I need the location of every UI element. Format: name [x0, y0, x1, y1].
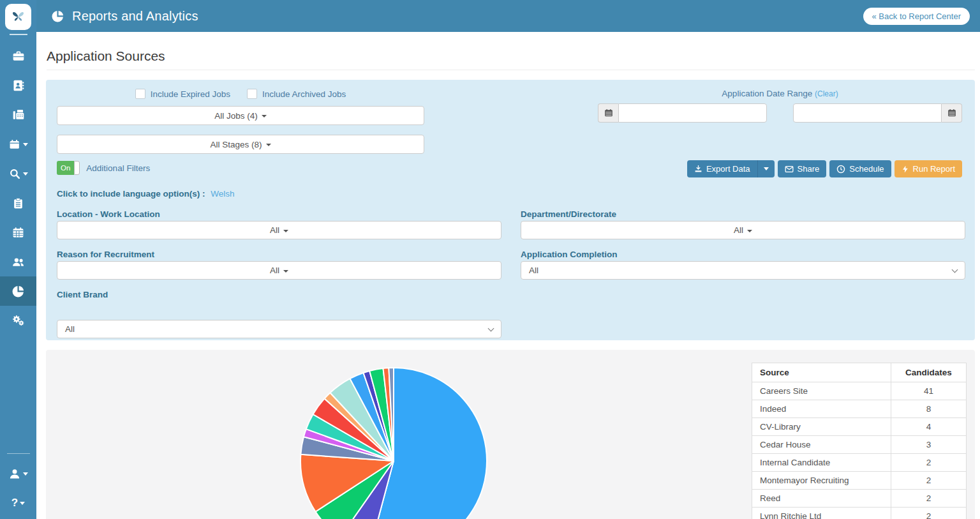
chevron-down-icon — [23, 172, 28, 176]
date-to-group — [793, 103, 962, 123]
calendar-icon — [947, 109, 956, 117]
briefcase-icon — [12, 50, 25, 63]
sidebar-item-reports[interactable] — [0, 276, 36, 306]
candidates-cell: 41 — [891, 382, 967, 400]
include-archived-jobs-checkbox[interactable] — [247, 89, 257, 99]
export-data-label: Export Data — [706, 164, 750, 174]
download-icon — [694, 165, 702, 173]
sidebar-item-calendar[interactable] — [0, 218, 36, 247]
source-candidates-table: Source Candidates Careers Site41Indeed8C… — [752, 363, 967, 519]
butterfly-logo-icon — [10, 8, 27, 26]
date-range-clear-link[interactable]: (Clear) — [815, 89, 838, 98]
reason-for-recruitment-dropdown[interactable]: All — [57, 261, 501, 280]
report-filter-panel: Include Expired Jobs Include Archived Jo… — [46, 80, 975, 340]
sidebar-item-tasks[interactable] — [0, 188, 36, 218]
department-label: Department/Directorate — [521, 209, 616, 219]
date-from-group — [598, 103, 767, 123]
sidebar-item-user-menu[interactable] — [0, 459, 36, 488]
candidates-column-header: Candidates — [891, 363, 967, 382]
date-to-input[interactable] — [793, 103, 942, 123]
language-options-row: Click to include language option(s) : We… — [57, 189, 235, 199]
date-to-calendar-button[interactable] — [942, 103, 962, 123]
help-icon: ? — [11, 497, 18, 509]
reason-for-recruitment-label: Reason for Recruitment — [57, 250, 154, 259]
export-data-button[interactable]: Export Data — [687, 160, 757, 177]
candidates-cell: 8 — [891, 400, 967, 418]
module-title: Reports and Analytics — [72, 9, 198, 24]
all-jobs-dropdown[interactable]: All Jobs (4) — [57, 106, 424, 125]
calendar-icon — [604, 109, 613, 117]
language-option-welsh-link[interactable]: Welsh — [211, 189, 234, 199]
application-completion-label: Application Completion — [521, 250, 618, 259]
language-prompt-label: Click to include language option(s) : — [57, 189, 205, 199]
chevron-down-icon — [283, 270, 288, 273]
sidebar-item-help-menu[interactable]: ? — [0, 488, 36, 518]
top-header-bar: Reports and Analytics « Back to Report C… — [36, 0, 980, 32]
work-location-value: All — [270, 225, 279, 235]
app-window: ? Reports and Analytics « Back to Report… — [0, 0, 980, 519]
clock-icon — [836, 165, 845, 174]
sidebar-item-calendar-menu[interactable] — [0, 130, 36, 159]
include-jobs-checkbox-row: Include Expired Jobs Include Archived Jo… — [57, 89, 424, 99]
candidates-cell: 2 — [891, 472, 967, 490]
include-expired-jobs-checkbox[interactable] — [135, 89, 145, 99]
share-button[interactable]: Share — [778, 160, 827, 177]
table-row: Lynn Ritchie Ltd2 — [752, 508, 967, 519]
candidates-cell: 4 — [891, 418, 967, 436]
share-label: Share — [798, 164, 820, 174]
toggle-on-state: On — [57, 161, 74, 175]
export-data-split-button: Export Data — [687, 160, 775, 177]
sidebar-divider — [10, 34, 27, 35]
sidebar-item-settings[interactable] — [0, 306, 36, 335]
additional-filters-label: Additional Filters — [86, 163, 150, 173]
app-logo[interactable] — [5, 4, 31, 30]
work-location-dropdown[interactable]: All — [57, 221, 501, 239]
sidebar-item-users[interactable] — [0, 247, 36, 276]
date-from-calendar-button[interactable] — [598, 103, 618, 123]
chevron-down-icon — [764, 167, 769, 170]
run-report-button[interactable]: Run Report — [895, 160, 962, 177]
source-column-header: Source — [752, 363, 891, 382]
search-icon — [9, 168, 21, 180]
date-from-input[interactable] — [618, 103, 767, 123]
sidebar-divider — [7, 453, 30, 454]
chevron-down-icon — [747, 230, 752, 232]
gears-icon — [11, 314, 25, 327]
sidebar-item-fax[interactable] — [0, 100, 36, 130]
include-expired-jobs-option[interactable]: Include Expired Jobs — [135, 89, 230, 99]
users-icon — [11, 255, 25, 269]
calendar-icon — [12, 227, 24, 239]
pie-chart-canvas[interactable] — [285, 352, 502, 519]
chevron-down-icon — [262, 115, 267, 117]
source-cell: CV-Library — [752, 418, 891, 436]
chevron-down-icon — [488, 326, 494, 332]
application-completion-select[interactable]: All — [521, 261, 965, 280]
envelope-icon — [785, 165, 794, 174]
all-stages-dropdown[interactable]: All Stages (8) — [57, 135, 424, 154]
run-report-label: Run Report — [913, 164, 955, 174]
report-actions: Export Data Share Schedule — [687, 160, 962, 177]
department-dropdown[interactable]: All — [521, 221, 965, 239]
date-range-label-text: Application Date Range — [722, 89, 812, 98]
additional-filters-toggle[interactable]: On — [57, 161, 80, 175]
chevron-down-icon — [266, 144, 271, 146]
include-archived-jobs-label: Include Archived Jobs — [262, 89, 346, 99]
client-brand-select[interactable]: All — [57, 320, 501, 338]
chevron-down-icon — [283, 230, 288, 232]
sidebar: ? — [0, 0, 36, 519]
pie-chart-icon — [11, 285, 25, 298]
application-sources-pie-chart — [285, 352, 502, 519]
sidebar-item-jobs[interactable] — [0, 41, 36, 71]
schedule-button[interactable]: Schedule — [829, 160, 891, 177]
chevron-down-icon — [20, 502, 25, 505]
export-data-caret-button[interactable] — [757, 160, 775, 177]
include-archived-jobs-option[interactable]: Include Archived Jobs — [247, 89, 346, 99]
application-completion-value: All — [529, 266, 538, 275]
application-date-range-label: Application Date Range (Clear) — [598, 89, 962, 98]
sidebar-item-search-menu[interactable] — [0, 159, 36, 188]
client-brand-label: Client Brand — [57, 290, 108, 299]
schedule-label: Schedule — [849, 164, 884, 174]
sidebar-item-candidates[interactable] — [0, 71, 36, 100]
all-stages-dropdown-label: All Stages (8) — [210, 140, 262, 149]
back-to-report-center-button[interactable]: « Back to Report Center — [863, 8, 970, 25]
